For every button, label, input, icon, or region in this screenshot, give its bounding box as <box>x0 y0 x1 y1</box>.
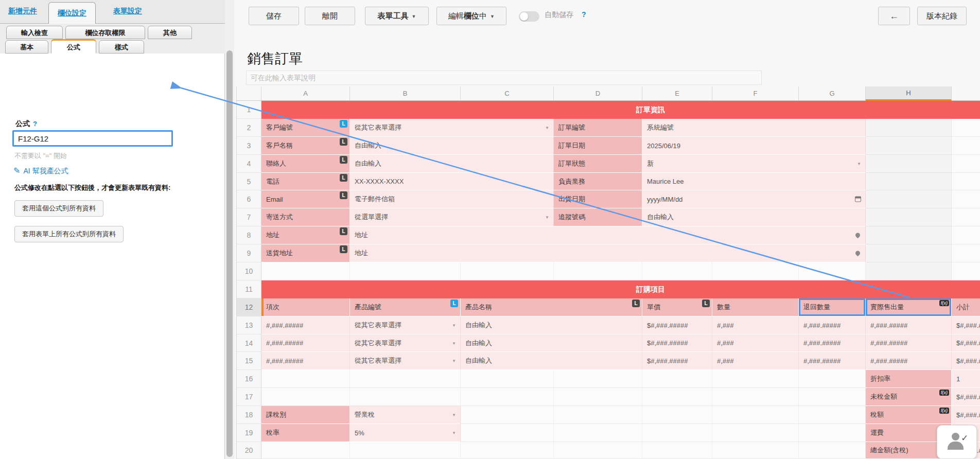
autosave-help-icon[interactable]: ? <box>582 10 586 19</box>
cell-G18[interactable] <box>799 406 866 424</box>
form-tools-dropdown[interactable]: 表單工具▼ <box>365 7 429 25</box>
cell-H10[interactable] <box>866 262 952 280</box>
cell-B2[interactable]: 從其它表單選擇▼ <box>350 119 554 137</box>
cell-B14[interactable]: 從其它表單選擇▼ <box>350 334 461 352</box>
col-header-E[interactable]: E <box>642 86 712 101</box>
cell-G12-selected[interactable]: 退回數量 <box>799 298 866 316</box>
cell-B16[interactable] <box>350 370 461 388</box>
save-button[interactable]: 儲存 <box>249 7 299 25</box>
cell-E17[interactable] <box>642 388 712 406</box>
panel-scrollbar[interactable] <box>225 0 234 459</box>
cell-B17[interactable] <box>350 388 461 406</box>
autosave-toggle[interactable] <box>519 11 539 22</box>
cell-H14[interactable]: #,###.##### <box>866 334 952 352</box>
cell-C10[interactable] <box>461 262 554 280</box>
cell-E6[interactable]: yyyy/MM/dd <box>642 190 866 208</box>
row-header-18[interactable]: 18 <box>236 406 261 424</box>
section-banner-order-items[interactable]: 訂購項目 <box>261 280 980 298</box>
cell-E13[interactable]: $#,###.##### <box>642 316 712 334</box>
cell-B6[interactable]: 電子郵件信箱 <box>350 190 554 208</box>
tab-style[interactable]: 樣式 <box>99 40 144 54</box>
col-header-D[interactable]: D <box>554 86 642 101</box>
cell-I17[interactable]: $#,###.##### <box>952 388 980 406</box>
cell-E12[interactable]: 單價L <box>642 298 712 316</box>
cell-D17[interactable] <box>554 388 642 406</box>
cell-G10[interactable] <box>799 262 866 280</box>
row-header-9[interactable]: 9 <box>236 244 261 262</box>
cell-G17[interactable] <box>799 388 866 406</box>
cell-D16[interactable] <box>554 370 642 388</box>
cell-A17[interactable] <box>261 388 350 406</box>
cell-H15[interactable]: #,###.##### <box>866 352 952 370</box>
cell-D20[interactable] <box>554 442 642 459</box>
cell-F12[interactable]: 數量 <box>712 298 799 316</box>
cell-H18[interactable]: 稅額f(x) <box>866 406 952 424</box>
cell-C18[interactable] <box>461 406 554 424</box>
formula-input[interactable] <box>12 130 173 147</box>
cell-A6[interactable]: EmailL <box>261 190 350 208</box>
cell-H5[interactable] <box>866 173 952 190</box>
tab-form-settings[interactable]: 表單設定 <box>113 7 142 16</box>
cell-H7[interactable] <box>866 208 952 226</box>
row-header-1[interactable]: 1 <box>236 101 261 119</box>
cell-F19[interactable] <box>712 424 799 442</box>
cell-E5[interactable]: Maurice Lee <box>642 173 866 190</box>
col-header-F[interactable]: F <box>712 86 799 101</box>
cell-B8[interactable]: 地址 <box>350 226 866 244</box>
col-header-C[interactable]: C <box>461 86 554 101</box>
cell-C14[interactable]: 自由輸入 <box>461 334 642 352</box>
tab-field-settings[interactable]: 欄位設定 <box>48 2 96 24</box>
cell-G14[interactable]: #,###.##### <box>799 334 866 352</box>
row-header-15[interactable]: 15 <box>236 352 261 370</box>
cell-E10[interactable] <box>642 262 712 280</box>
cell-I2[interactable] <box>952 119 980 137</box>
cell-E16[interactable] <box>642 370 712 388</box>
cell-C17[interactable] <box>461 388 554 406</box>
apply-this-formula-button[interactable]: 套用這個公式到所有資料 <box>14 200 103 217</box>
cell-B18[interactable]: 營業稅▼ <box>350 406 461 424</box>
cell-B7[interactable]: 從選單選擇▼ <box>350 208 554 226</box>
cell-A20[interactable] <box>261 442 350 459</box>
cell-I15[interactable]: $#,###.##### <box>952 352 980 370</box>
col-header-B[interactable]: B <box>350 86 461 101</box>
form-title[interactable]: 銷售訂單 <box>247 49 303 68</box>
cell-E18[interactable] <box>642 406 712 424</box>
cell-E2[interactable]: 系統編號 <box>642 119 866 137</box>
row-header-13[interactable]: 13 <box>236 316 261 334</box>
col-header-A[interactable]: A <box>261 86 350 101</box>
cell-I10[interactable] <box>952 262 980 280</box>
row-header-4[interactable]: 4 <box>236 155 261 173</box>
cell-A5[interactable]: 電話L <box>261 173 350 190</box>
cell-A13[interactable]: #,###.##### <box>261 316 350 334</box>
cell-D18[interactable] <box>554 406 642 424</box>
cell-H17[interactable]: 未稅金額f(x) <box>866 388 952 406</box>
cell-I3[interactable] <box>952 137 980 155</box>
cell-B13[interactable]: 從其它表單選擇▼ <box>350 316 461 334</box>
cell-H3[interactable] <box>866 137 952 155</box>
cell-E7[interactable]: 自由輸入 <box>642 208 866 226</box>
cell-I9[interactable] <box>952 244 980 262</box>
cell-C13[interactable]: 自由輸入 <box>461 316 642 334</box>
cell-D3[interactable]: 訂單日期 <box>554 137 642 155</box>
assignee-button[interactable]: ✓ <box>937 425 977 459</box>
cell-A4[interactable]: 聯絡人L <box>261 155 350 173</box>
row-header-3[interactable]: 3 <box>236 137 261 155</box>
cell-A16[interactable] <box>261 370 350 388</box>
cell-I13[interactable]: $#,###.##### <box>952 316 980 334</box>
row-header-10[interactable]: 10 <box>236 262 261 280</box>
cell-I14[interactable]: $#,###.##### <box>952 334 980 352</box>
cell-I12[interactable]: 小計 <box>952 298 980 316</box>
cell-C15[interactable]: 自由輸入 <box>461 352 642 370</box>
cell-C19[interactable] <box>461 424 554 442</box>
tab-add-component[interactable]: 新增元件 <box>8 7 37 16</box>
cell-I8[interactable] <box>952 226 980 244</box>
form-description-input[interactable]: 可在此輸入表單說明 <box>246 70 762 85</box>
cell-E14[interactable]: $#,###.##### <box>642 334 712 352</box>
cell-D4[interactable]: 訂單狀態 <box>554 155 642 173</box>
cell-C20[interactable] <box>461 442 554 459</box>
row-header-20[interactable]: 20 <box>236 442 261 459</box>
cell-F15[interactable]: #,### <box>712 352 799 370</box>
cell-E15[interactable]: $#,###.##### <box>642 352 712 370</box>
cell-B3[interactable]: 自由輸入 <box>350 137 554 155</box>
cell-I7[interactable] <box>952 208 980 226</box>
